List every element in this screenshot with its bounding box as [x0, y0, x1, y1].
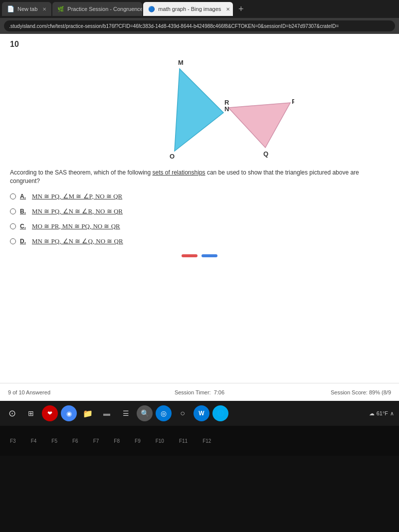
- key-f6[interactable]: F6: [72, 438, 78, 444]
- new-tab-button[interactable]: +: [234, 2, 248, 16]
- timer-label: Session Timer:: [175, 389, 211, 395]
- blue-triangle: [175, 69, 223, 151]
- diagram-container: M O N R P Q: [10, 54, 389, 164]
- taskbar-icon-grid[interactable]: ⊞: [23, 405, 39, 421]
- key-f11[interactable]: F11: [179, 438, 188, 444]
- question-number: 10: [10, 40, 389, 49]
- weather-icon: ☁: [369, 410, 375, 417]
- taskbar-icon-dash[interactable]: ▬: [99, 405, 115, 421]
- question-text: According to the SAS theorem, which of t…: [10, 169, 389, 185]
- taskbar-icon-circle[interactable]: ⊙: [4, 405, 20, 421]
- tab-practice[interactable]: 🌿 Practice Session - Congruence - ✕: [52, 2, 142, 16]
- tab-close-new-tab[interactable]: ✕: [42, 6, 46, 12]
- label-M: M: [178, 59, 184, 66]
- status-answered: 9 of 10 Answered: [8, 389, 331, 395]
- option-d-label: D.: [20, 238, 26, 245]
- label-R: R: [224, 99, 229, 106]
- weather-arrow: ∧: [390, 410, 394, 417]
- address-bar-input[interactable]: [4, 20, 395, 31]
- option-c[interactable]: C. MO ≅ PR, MN ≅ PQ, NO ≅ QR: [10, 222, 389, 230]
- weather-info: ☁ 61°F ∧: [369, 410, 394, 417]
- page-inner: 10 M O N R P Q According to th: [0, 34, 399, 383]
- tab-math-graph[interactable]: 🔵 math graph - Bing images ✕: [143, 2, 233, 16]
- key-f4[interactable]: F4: [31, 438, 37, 444]
- radio-b[interactable]: [10, 208, 16, 214]
- taskbar-icon-cortana[interactable]: ◎: [156, 405, 172, 421]
- key-f9[interactable]: F9: [135, 438, 141, 444]
- tab-close-math-graph[interactable]: ✕: [226, 6, 230, 12]
- taskbar-icon-menu[interactable]: ☰: [118, 405, 134, 421]
- score-label: Session Score:: [331, 389, 368, 395]
- browser-chrome: 📄 New tab ✕ 🌿 Practice Session - Congrue…: [0, 0, 399, 34]
- option-d-text: MN ≅ PQ, ∠N ≅ ∠Q, NO ≅ QR: [32, 237, 123, 245]
- key-f12[interactable]: F12: [202, 438, 211, 444]
- answered-text: 9 of 10 Answered: [8, 389, 50, 395]
- key-f3[interactable]: F3: [10, 438, 16, 444]
- taskbar: ⊙ ⊞ ❤ ◉ 📁 ▬ ☰ 🔍 ◎ ○ W 🌐 ☁ 61°F ∧: [0, 401, 399, 426]
- radio-d[interactable]: [10, 238, 16, 244]
- radio-a[interactable]: [10, 193, 16, 199]
- tab-icon-new-tab: 📄: [7, 5, 14, 12]
- underline-text: sets of relationships: [153, 169, 205, 176]
- option-c-label: C.: [20, 223, 26, 230]
- label-N: N: [224, 105, 229, 113]
- taskbar-icon-chrome[interactable]: ◉: [61, 405, 77, 421]
- taskbar-icon-w[interactable]: W: [194, 405, 209, 421]
- keyboard-bar: F3 F4 F5 F6 F7 F8 F9 F10 F11 F12: [0, 426, 399, 456]
- score-value: 89% (8/9: [369, 389, 391, 395]
- taskbar-icon-bing[interactable]: 🌐: [212, 405, 228, 421]
- status-score: Session Score: 89% (8/9: [331, 389, 391, 395]
- status-timer: Session Timer: 7:06: [175, 389, 224, 395]
- label-Q: Q: [263, 150, 268, 158]
- key-f7[interactable]: F7: [93, 438, 99, 444]
- taskbar-icon-search[interactable]: 🔍: [137, 405, 153, 421]
- pink-triangle: [228, 103, 290, 148]
- option-a-text: MN ≅ PQ, ∠M ≅ ∠P, NO ≅ QR: [32, 192, 122, 200]
- key-f8[interactable]: F8: [114, 438, 120, 444]
- tab-icon-practice: 🌿: [57, 6, 64, 12]
- status-bar: 9 of 10 Answered Session Timer: 7:06 Ses…: [0, 383, 399, 401]
- progress-indicators: [10, 254, 389, 257]
- key-f10[interactable]: F10: [156, 438, 164, 444]
- tab-label-math-graph: math graph - Bing images: [158, 6, 221, 12]
- address-bar-row: [0, 18, 399, 34]
- option-a-label: A.: [20, 193, 26, 200]
- tab-icon-math-graph: 🔵: [148, 6, 155, 12]
- option-d[interactable]: D. MN ≅ PQ, ∠N ≅ ∠Q, NO ≅ QR: [10, 237, 389, 245]
- progress-dot-red: [182, 254, 198, 257]
- option-b[interactable]: B. MN ≅ PQ, ∠N ≅ ∠R, NO ≅ QR: [10, 207, 389, 215]
- timer-value: 7:06: [214, 389, 224, 395]
- weather-temp: 61°F: [377, 410, 388, 416]
- tab-new-tab[interactable]: 📄 New tab ✕: [2, 2, 51, 16]
- answer-options: A. MN ≅ PQ, ∠M ≅ ∠P, NO ≅ QR B. MN ≅ PQ,…: [10, 192, 389, 245]
- tab-label-practice: Practice Session - Congruence -: [67, 6, 142, 12]
- tab-bar: 📄 New tab ✕ 🌿 Practice Session - Congrue…: [0, 0, 399, 18]
- taskbar-icon-folder[interactable]: 📁: [80, 405, 96, 421]
- progress-dot-blue: [201, 254, 217, 257]
- key-f5[interactable]: F5: [51, 438, 57, 444]
- radio-c[interactable]: [10, 223, 16, 229]
- option-a[interactable]: A. MN ≅ PQ, ∠M ≅ ∠P, NO ≅ QR: [10, 192, 389, 200]
- taskbar-icon-o[interactable]: ○: [175, 405, 191, 421]
- tab-label-new-tab: New tab: [17, 6, 37, 12]
- option-b-text: MN ≅ PQ, ∠N ≅ ∠R, NO ≅ QR: [32, 207, 123, 215]
- taskbar-icon-heart[interactable]: ❤: [42, 405, 58, 421]
- option-c-text: MO ≅ PR, MN ≅ PQ, NO ≅ QR: [32, 222, 120, 230]
- triangles-svg: M O N R P Q: [105, 54, 294, 164]
- page-content: 10 M O N R P Q According to th: [0, 34, 399, 383]
- option-b-label: B.: [20, 208, 26, 215]
- label-O: O: [170, 153, 175, 160]
- label-P: P: [292, 98, 294, 105]
- laptop-bezel: [0, 456, 399, 532]
